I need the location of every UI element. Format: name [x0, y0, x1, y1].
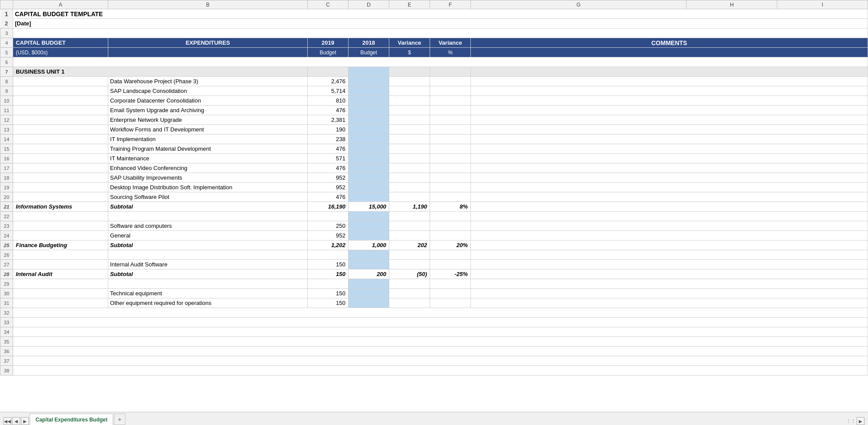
row10-budget-2019: 810	[308, 96, 349, 106]
row8-expenditure: Data Warehouse Project (Phase 3)	[108, 77, 308, 86]
header-comments: COMMENTS	[471, 38, 868, 48]
row20-budget-2019: 476	[308, 192, 349, 202]
business-unit-label: BUSINESS UNIT 1	[13, 67, 307, 77]
row15-expenditure: Training Program Material Development	[108, 144, 308, 154]
subtotal-finance-variance-pct: 20%	[430, 241, 471, 250]
data-row-15: 15 Training Program Material Development…	[0, 144, 868, 154]
row12-expenditure: Enterprise Network Upgrade	[108, 115, 308, 125]
col-header-d: D	[349, 0, 389, 9]
row-33: 33	[0, 318, 868, 327]
tab-capital-expenditures[interactable]: Capital Expenditures Budget	[30, 414, 113, 425]
col-header-e: E	[389, 0, 430, 9]
row27-expenditure: Internal Audit Software	[108, 260, 308, 269]
row-num-10: 10	[0, 96, 13, 106]
header-expenditures: EXPENDITURES	[108, 38, 308, 48]
subtotal-audit-2018: 200	[349, 269, 389, 279]
subtotal-row-21: 21 Information Systems Subtotal 16,190 1…	[0, 202, 868, 212]
col-header-a: A	[13, 0, 108, 9]
data-row-9: 9 SAP Landscape Consolidation 5,714	[0, 86, 868, 96]
row-num-20: 20	[0, 192, 13, 202]
subtotal-finance-2018: 1,000	[349, 241, 389, 250]
tab-bar: ◀◀ ◀ ▶ Capital Expenditures Budget + ⋮⋮ …	[0, 412, 868, 425]
subtotal-audit-variance-dollar: (50)	[389, 269, 430, 279]
data-row-31: 31 Other equipment required for operatio…	[0, 298, 868, 308]
date-row: 2 [Date]	[0, 19, 868, 28]
tab-nav-next[interactable]: ▶	[21, 417, 29, 425]
row-num-24: 24	[0, 231, 13, 241]
header-year-2019: 2019	[308, 38, 349, 48]
subtotal-row-28: 28 Internal Audit Subtotal 150 200 (50) …	[0, 269, 868, 279]
row19-expenditure: Desktop Image Distribution Soft. Impleme…	[108, 183, 308, 192]
row9-budget-2019: 5,714	[308, 86, 349, 96]
title-row: 1 CAPITAL BUDGET TEMPLATE	[0, 9, 868, 19]
tab-nav-first[interactable]: ◀◀	[4, 417, 11, 425]
row23-expenditure: Software and computers	[108, 221, 308, 231]
row8-budget-2019: 2,476	[308, 77, 349, 86]
data-row-24: 24 General 952	[0, 231, 868, 241]
sheet-nav: ⋮⋮ ▶	[846, 417, 868, 425]
subtotal-audit-variance-pct: -25%	[430, 269, 471, 279]
spreadsheet-wrapper: A B C D E F G H I 1 CAPITAL BUDGET TEMPL…	[0, 0, 868, 425]
subtotal-audit-2019: 150	[308, 269, 349, 279]
row-32: 32	[0, 308, 868, 318]
col-header-i: I	[777, 0, 868, 9]
subtotal-info-systems-2019: 16,190	[308, 202, 349, 212]
header-variance-pct: %	[430, 48, 471, 57]
subtotal-row-25: 25 Finance Budgeting Subtotal 1,202 1,00…	[0, 241, 868, 250]
row31-budget-2019: 150	[308, 298, 349, 308]
row17-expenditure: Enhanced Video Conferencing	[108, 163, 308, 173]
row18-budget-2019: 952	[308, 173, 349, 183]
row19-budget-2019: 952	[308, 183, 349, 192]
row17-budget-2019: 476	[308, 163, 349, 173]
sheet-container: A B C D E F G H I 1 CAPITAL BUDGET TEMPL…	[0, 0, 868, 412]
tab-nav-prev[interactable]: ◀	[12, 417, 20, 425]
row-num-22: 22	[0, 212, 13, 221]
row-num-18: 18	[0, 173, 13, 183]
data-row-17: 17 Enhanced Video Conferencing 476	[0, 163, 868, 173]
data-row-19: 19 Desktop Image Distribution Soft. Impl…	[0, 183, 868, 192]
scroll-right-btn[interactable]: ▶	[857, 417, 864, 425]
subtotal-finance-variance-dollar: 202	[389, 241, 430, 250]
row-num-26: 26	[0, 250, 13, 260]
header-variance-pct-label: Variance	[430, 38, 471, 48]
dots-icon: ⋮⋮	[846, 418, 856, 424]
data-row-14: 14 IT Implementation 238	[0, 135, 868, 144]
row-num-12: 12	[0, 115, 13, 125]
row31-expenditure: Other equipment required for operations	[108, 298, 308, 308]
col-header-c: C	[308, 0, 349, 9]
row30-expenditure: Technical equipment	[108, 289, 308, 298]
business-unit-row: 7 BUSINESS UNIT 1	[0, 67, 868, 77]
header-row-4: 4 CAPITAL BUDGET EXPENDITURES 2019 2018 …	[0, 38, 868, 48]
subtotal-info-systems-variance-dollar: 1,190	[389, 202, 430, 212]
row23-budget-2019: 250	[308, 221, 349, 231]
row10-expenditure: Corporate Datacenter Consolidation	[108, 96, 308, 106]
row-num-31: 31	[0, 298, 13, 308]
row18-expenditure: SAP Usability Improvements	[108, 173, 308, 183]
row24-expenditure: General	[108, 231, 308, 241]
row-num-17: 17	[0, 163, 13, 173]
add-tab-icon: +	[118, 416, 121, 423]
header-variance-dollar: $	[389, 48, 430, 57]
row-num-7: 7	[0, 67, 13, 77]
row-num-29: 29	[0, 279, 13, 289]
subtotal-audit-label: Internal Audit	[13, 269, 108, 279]
row-29: 29	[0, 279, 868, 289]
row24-budget-2019: 952	[308, 231, 349, 241]
row27-budget-2019: 150	[308, 260, 349, 269]
row-num-19: 19	[0, 183, 13, 192]
data-row-13: 13 Workflow Forms and IT Development 190	[0, 125, 868, 135]
row-num-3: 3	[0, 28, 13, 38]
data-row-8: 8 Data Warehouse Project (Phase 3) 2,476	[0, 77, 868, 86]
row30-budget-2019: 150	[308, 289, 349, 298]
row-22: 22	[0, 212, 868, 221]
tab-label: Capital Expenditures Budget	[36, 417, 107, 423]
data-row-27: 27 Internal Audit Software 150	[0, 260, 868, 269]
row-num-13: 13	[0, 125, 13, 135]
spreadsheet-table: A B C D E F G H I 1 CAPITAL BUDGET TEMPL…	[0, 0, 868, 375]
tab-add-button[interactable]: +	[114, 414, 125, 425]
row12-budget-2019: 2,381	[308, 115, 349, 125]
subtotal-info-systems-variance-pct: 8%	[430, 202, 471, 212]
subtotal-audit-subtotal: Subtotal	[108, 269, 308, 279]
col-header-b: B	[108, 0, 308, 9]
subtotal-info-systems-subtotal: Subtotal	[108, 202, 308, 212]
